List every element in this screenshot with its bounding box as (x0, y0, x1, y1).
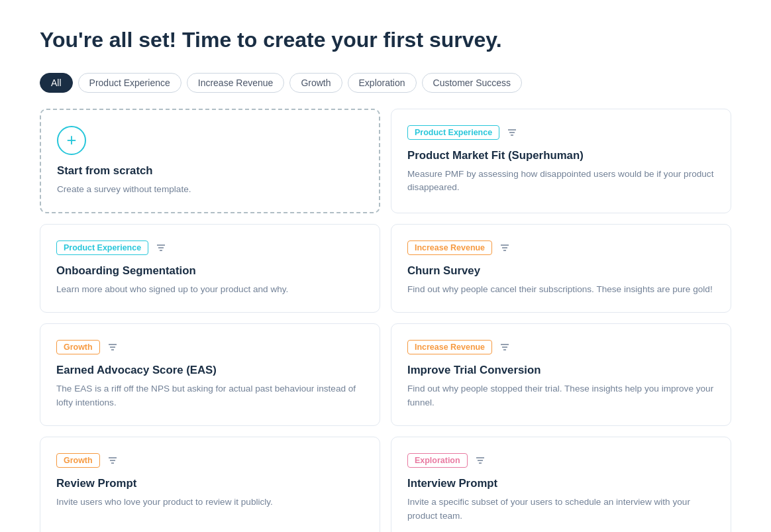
card-header: Increase Revenue (407, 240, 715, 255)
card-desc: Find out why people cancel their subscri… (407, 283, 715, 296)
card-tag: Exploration (407, 453, 468, 468)
card-header: Growth (56, 340, 364, 354)
filter-icon (473, 453, 488, 468)
card-tag: Growth (56, 340, 100, 354)
card-title: Earned Advocacy Score (EAS) (56, 364, 364, 377)
cards-grid: + Start from scratch Create a survey wit… (40, 109, 731, 532)
card-tag: Product Experience (56, 240, 148, 255)
page-heading: You're all set! Time to create your firs… (40, 27, 731, 54)
filter-btn-product-experience[interactable]: Product Experience (78, 73, 181, 93)
filter-btn-increase-revenue[interactable]: Increase Revenue (187, 73, 285, 93)
card-desc: Find out why people stopped their trial.… (407, 382, 715, 409)
card-churn-survey[interactable]: Increase Revenue Churn Survey Find out w… (391, 224, 731, 313)
card-earned-advocacy-score[interactable]: Growth Earned Advocacy Score (EAS) The E… (40, 323, 380, 426)
filter-btn-all[interactable]: All (40, 73, 73, 93)
card-product-market-fit[interactable]: Product Experience Product Market Fit (S… (391, 109, 731, 213)
card-desc: Measure PMF by assessing how disappointe… (407, 168, 715, 195)
card-desc: Invite users who love your product to re… (56, 496, 364, 509)
card-interview-prompt[interactable]: Exploration Interview Prompt Invite a sp… (391, 437, 731, 532)
card-tag: Growth (56, 453, 100, 468)
card-header: Increase Revenue (407, 340, 715, 354)
filter-icon (497, 240, 512, 255)
card-tag: Increase Revenue (407, 240, 492, 255)
card-desc: Learn more about who signed up to your p… (56, 283, 364, 296)
card-onboarding-segmentation[interactable]: Product Experience Onboarding Segmentati… (40, 224, 380, 313)
card-improve-trial-conversion[interactable]: Increase Revenue Improve Trial Conversio… (391, 323, 731, 426)
filter-btn-customer-success[interactable]: Customer Success (422, 73, 522, 93)
card-header: Product Experience (407, 125, 715, 140)
plus-icon: + (57, 126, 86, 155)
card-title: Improve Trial Conversion (407, 364, 715, 377)
filter-bar: AllProduct ExperienceIncrease RevenueGro… (40, 73, 731, 93)
filter-btn-growth[interactable]: Growth (289, 73, 342, 93)
filter-icon (105, 340, 120, 354)
card-review-prompt[interactable]: Growth Review Prompt Invite users who lo… (40, 437, 380, 532)
filter-icon (497, 340, 512, 354)
card-title: Interview Prompt (407, 477, 715, 490)
card-title: Review Prompt (56, 477, 364, 490)
filter-icon (154, 240, 168, 255)
card-desc: Invite a specific subset of your users t… (407, 496, 715, 523)
card-header: Growth (56, 453, 364, 468)
card-scratch[interactable]: + Start from scratch Create a survey wit… (40, 109, 380, 213)
card-tag: Product Experience (407, 125, 499, 140)
card-tag: Increase Revenue (407, 340, 492, 354)
filter-btn-exploration[interactable]: Exploration (348, 73, 417, 93)
card-desc: Create a survey without template. (57, 183, 363, 196)
card-title: Start from scratch (57, 164, 363, 178)
card-title: Onboarding Segmentation (56, 264, 364, 278)
card-header: Exploration (407, 453, 715, 468)
filter-icon (105, 453, 120, 468)
card-header: Product Experience (56, 240, 364, 255)
card-title: Product Market Fit (Superhuman) (407, 149, 715, 162)
card-desc: The EAS is a riff off the NPS but asking… (56, 382, 364, 409)
filter-icon (505, 125, 519, 140)
card-title: Churn Survey (407, 264, 715, 278)
